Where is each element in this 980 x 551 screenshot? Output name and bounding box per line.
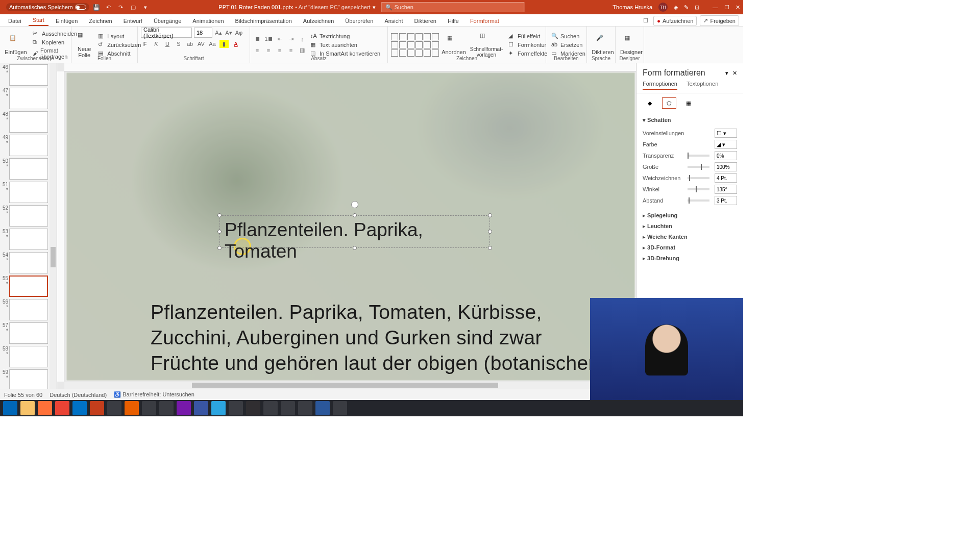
tab-datei[interactable]: Datei [4, 16, 26, 26]
outlook-icon[interactable] [72, 401, 87, 415]
tab-diktieren[interactable]: Diktieren [410, 16, 440, 26]
transparency-value[interactable]: 0% [715, 151, 737, 160]
slide-thumbnail[interactable] [9, 252, 48, 273]
pane-tab-text-options[interactable]: Textoptionen [687, 81, 718, 90]
app-icon[interactable] [281, 401, 295, 415]
slide-thumbnail[interactable] [9, 111, 48, 133]
blur-slider[interactable] [688, 177, 709, 179]
section-schatten[interactable]: ▾ Schatten [643, 115, 737, 126]
align-center-icon[interactable]: ≡ [264, 46, 273, 55]
highlight-icon[interactable]: ▮ [219, 40, 229, 48]
tab-ueberpruefen[interactable]: Überprüfen [341, 16, 377, 26]
vlc-icon[interactable] [125, 401, 139, 415]
present-from-start-icon[interactable]: ▢ [129, 3, 137, 11]
align-left-icon[interactable]: ≡ [253, 46, 261, 55]
increase-font-icon[interactable]: A▴ [214, 29, 223, 37]
file-explorer-icon[interactable] [20, 401, 35, 415]
app-icon[interactable] [142, 401, 156, 415]
tab-bildschirm[interactable]: Bildschirmpräsentation [231, 16, 296, 26]
share-button[interactable]: ↗Freigeben [700, 15, 739, 26]
undo-icon[interactable]: ↶ [105, 3, 113, 11]
blur-value[interactable]: 4 Pt. [715, 173, 737, 183]
autosave-toggle[interactable]: Automatisches Speichern [6, 3, 89, 11]
slide-canvas[interactable]: Pflanzenteilen. Paprika, Tomaten Pflanze… [66, 72, 635, 381]
section-spiegelung[interactable]: ▸ Spiegelung [643, 210, 737, 221]
line-spacing-icon[interactable]: ↕ [298, 35, 306, 43]
app-icon[interactable] [229, 401, 243, 415]
search-input[interactable]: 🔍 Suchen [382, 2, 525, 12]
powerpoint-icon[interactable] [90, 401, 104, 415]
resize-handle[interactable] [217, 246, 222, 250]
selected-text-box[interactable]: Pflanzenteilen. Paprika, Tomaten [219, 215, 490, 248]
slide-thumbnail[interactable] [9, 135, 48, 156]
obs-icon[interactable] [246, 401, 260, 415]
quick-styles-button[interactable]: ◫Schnellformat- vorlagen [469, 31, 504, 59]
angle-value[interactable]: 135° [715, 185, 737, 194]
new-slide-button[interactable]: ▦Neue Folie [75, 31, 94, 59]
file-name[interactable]: PPT 01 Roter Faden 001.pptx • Auf "diese… [218, 4, 375, 11]
strike-icon[interactable]: S [175, 40, 183, 48]
case-icon[interactable]: Aa [208, 40, 216, 48]
tab-hilfe[interactable]: Hilfe [444, 16, 463, 26]
resize-handle[interactable] [217, 213, 222, 217]
windows-taskbar[interactable] [0, 400, 743, 416]
decrease-font-icon[interactable]: A▾ [225, 29, 233, 37]
record-button[interactable]: ●Aufzeichnen [653, 16, 697, 26]
font-size-select[interactable]: 18 [194, 28, 212, 38]
tab-entwurf[interactable]: Entwurf [119, 16, 146, 26]
user-name[interactable]: Thomas Hruska [612, 4, 652, 10]
minimize-icon[interactable]: — [713, 4, 718, 11]
slide-thumbnail[interactable] [9, 205, 48, 227]
designer-button[interactable]: ▦Designer [619, 34, 644, 56]
shapes-gallery[interactable] [391, 33, 439, 57]
columns-icon[interactable]: ▥ [298, 46, 306, 55]
collapse-ribbon-icon[interactable]: ☐ [641, 15, 650, 26]
reset-button[interactable]: ↺Zurücksetzen [96, 41, 143, 49]
slide-thumbnail[interactable] [9, 299, 48, 320]
chrome-icon[interactable] [55, 401, 69, 415]
accessibility-check[interactable]: ♿ Barrierefreiheit: Untersuchen [114, 391, 194, 398]
size-slider[interactable] [688, 166, 709, 168]
decrease-indent-icon[interactable]: ⇤ [276, 35, 284, 43]
slide-thumbnail[interactable] [9, 369, 48, 389]
word-icon[interactable] [315, 401, 330, 415]
tab-animationen[interactable]: Animationen [188, 16, 228, 26]
shadow-color-picker[interactable]: ◢ ▾ [715, 140, 737, 149]
distance-slider[interactable] [688, 199, 709, 202]
resize-handle[interactable] [488, 213, 492, 217]
chevron-down-icon[interactable]: ▾ [373, 4, 376, 11]
clear-format-icon[interactable]: Aφ [235, 29, 243, 37]
slide-thumbnail[interactable] [9, 158, 48, 180]
shape-fill-button[interactable]: ◢Fülleffekt [506, 32, 550, 40]
transparency-slider[interactable] [688, 155, 709, 157]
font-name-select[interactable]: Calibri (Textkörper) [141, 28, 192, 38]
shadow-text-icon[interactable]: ab [186, 40, 194, 48]
visio-icon[interactable] [194, 401, 208, 415]
layout-button[interactable]: ▥Layout [96, 32, 143, 40]
horizontal-ruler[interactable] [64, 63, 636, 71]
section-leuchten[interactable]: ▸ Leuchten [643, 221, 737, 232]
app-icon[interactable] [333, 401, 347, 415]
task-pane-options-icon[interactable]: ▾ [725, 70, 728, 77]
italic-icon[interactable]: K [152, 40, 160, 48]
tab-aufzeichnen[interactable]: Aufzeichnen [299, 16, 338, 26]
dictate-button[interactable]: 🎤Diktieren [590, 34, 616, 56]
coming-soon-icon[interactable]: ◈ [674, 4, 678, 11]
distance-value[interactable]: 3 Pt. [715, 196, 737, 205]
angle-slider[interactable] [688, 188, 709, 190]
rotation-handle-icon[interactable] [351, 201, 358, 208]
shadow-presets-picker[interactable]: ☐ ▾ [715, 129, 737, 138]
onenote-icon[interactable] [177, 401, 191, 415]
size-value[interactable]: 100% [715, 162, 737, 171]
text-box-content[interactable]: Pflanzenteilen. Paprika, Tomaten [225, 219, 490, 262]
bold-icon[interactable]: F [141, 40, 149, 48]
thumbnail-scrollbar[interactable] [50, 63, 57, 389]
app-icon[interactable] [107, 401, 121, 415]
size-props-tab-icon[interactable]: ▦ [681, 97, 696, 109]
slide-thumbnail[interactable] [9, 88, 48, 109]
slide-thumbnail[interactable] [9, 346, 48, 367]
slide-thumbnails-panel[interactable]: 46*47*48*49*50*51*52*53*54*55*56*57*58*5… [0, 63, 57, 389]
resize-handle[interactable] [217, 230, 222, 234]
app-icon[interactable] [298, 401, 312, 415]
body-text-box[interactable]: Pflanzenteilen. Paprika, Tomaten, Kürbis… [151, 299, 615, 381]
